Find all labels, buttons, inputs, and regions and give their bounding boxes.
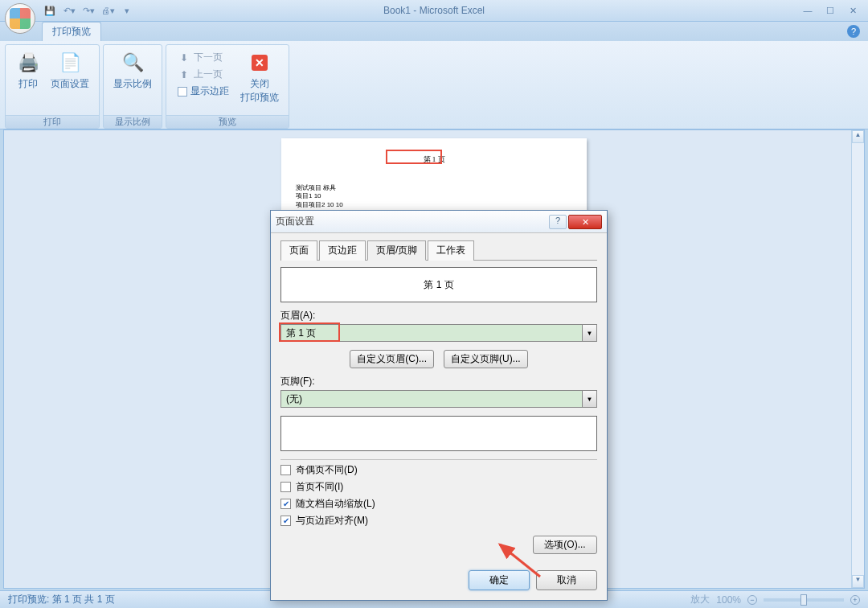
zoom-label: 显示比例: [113, 77, 152, 91]
zoom-value: 100%: [716, 594, 741, 606]
prev-page-button: ⬆ 上一页: [176, 67, 231, 82]
tab-header-footer[interactable]: 页眉/页脚: [367, 240, 426, 261]
window-title: Book1 - Microsoft Excel: [383, 5, 485, 16]
print-label: 打印: [18, 77, 38, 91]
qat-customize-icon[interactable]: ▾: [119, 2, 135, 18]
zoom-out-button[interactable]: −: [747, 595, 757, 605]
dialog-titlebar[interactable]: 页面设置 ? ✕: [271, 211, 607, 233]
header-label: 页眉(A):: [280, 309, 597, 322]
ribbon: 🖨️ 打印 📄 页面设置 打印 🔍 显示比例 显示比例 ⬇ 下一页: [0, 41, 868, 129]
save-icon[interactable]: 💾: [42, 2, 58, 18]
options-button[interactable]: 选项(O)...: [533, 536, 597, 554]
page-setup-dialog: 页面设置 ? ✕ 页面 页边距 页眉/页脚 工作表 第 1 页 页眉(A): 第…: [270, 210, 608, 601]
ribbon-tabs: 打印预览 ?: [0, 22, 868, 41]
chk-scale-doc[interactable]: ✔ 随文档自动缩放(L): [280, 497, 597, 511]
ok-button[interactable]: 确定: [469, 570, 530, 590]
footer-combo[interactable]: (无) ▼: [280, 390, 597, 408]
group-label-zoom: 显示比例: [104, 115, 162, 128]
ribbon-group-zoom: 🔍 显示比例 显示比例: [103, 44, 162, 129]
page-setup-label: 页面设置: [51, 77, 89, 91]
header-preview-box: 第 1 页: [280, 267, 597, 302]
tab-margins[interactable]: 页边距: [319, 240, 366, 261]
dialog-close-button[interactable]: ✕: [568, 215, 602, 229]
annotation-highlight-header: [386, 150, 442, 164]
scroll-down-icon[interactable]: ▼: [852, 575, 864, 588]
close-preview-label2: 打印预览: [240, 91, 279, 105]
close-x-icon: ✕: [252, 55, 268, 71]
dialog-tabs: 页面 页边距 页眉/页脚 工作表: [280, 240, 597, 261]
zoom-button[interactable]: 🔍 显示比例: [108, 48, 157, 92]
chevron-down-icon[interactable]: ▼: [583, 324, 597, 342]
checkbox-icon: [280, 465, 291, 475]
group-label-preview: 预览: [166, 115, 289, 128]
custom-header-button[interactable]: 自定义页眉(C)...: [350, 350, 434, 368]
help-icon[interactable]: ?: [847, 25, 860, 38]
zoom-slider[interactable]: [764, 598, 844, 602]
tab-sheet[interactable]: 工作表: [428, 240, 474, 261]
close-window-button[interactable]: ✕: [842, 4, 863, 17]
page-setup-icon: 📄: [57, 50, 83, 76]
arrow-up-icon: ⬆: [178, 68, 190, 81]
quick-access-toolbar: 💾 ↶▾ ↷▾ 🖨▾ ▾: [42, 2, 135, 18]
print-button[interactable]: 🖨️ 打印: [10, 48, 46, 92]
ribbon-group-preview: ⬇ 下一页 ⬆ 上一页 显示边距 ✕ 关闭 打印预览 预览: [166, 44, 289, 129]
dialog-help-button[interactable]: ?: [549, 215, 567, 229]
checkbox-icon: [178, 87, 187, 97]
scroll-up-icon[interactable]: ▲: [852, 130, 864, 143]
cancel-button[interactable]: 取消: [536, 570, 597, 590]
group-label-print: 打印: [6, 115, 99, 128]
chevron-down-icon[interactable]: ▼: [583, 390, 597, 408]
zoom-in-button[interactable]: +: [850, 595, 860, 605]
printer-icon: 🖨️: [15, 50, 41, 76]
minimize-button[interactable]: —: [797, 4, 818, 17]
zoom-slider-thumb[interactable]: [800, 594, 807, 606]
chk-diff-odd-even[interactable]: 奇偶页不同(D): [280, 463, 597, 477]
magnifier-icon: 🔍: [120, 50, 145, 76]
tab-page[interactable]: 页面: [280, 240, 317, 261]
annotation-highlight-combo: [279, 322, 340, 342]
footer-combo-value: (无): [280, 390, 583, 408]
footer-label: 页脚(F):: [280, 375, 597, 388]
custom-footer-button[interactable]: 自定义页脚(U)...: [444, 350, 528, 368]
footer-preview-box: [280, 416, 597, 451]
vertical-scrollbar[interactable]: ▲ ▼: [851, 130, 864, 588]
undo-icon[interactable]: ↶▾: [61, 2, 77, 18]
chk-align-margins[interactable]: ✔ 与页边距对齐(M): [280, 514, 597, 528]
zoom-label[interactable]: 放大: [690, 593, 710, 606]
next-page-button: ⬇ 下一页: [176, 50, 231, 65]
tab-print-preview[interactable]: 打印预览: [42, 22, 101, 41]
print-quick-icon[interactable]: 🖨▾: [100, 2, 116, 18]
status-text: 打印预览: 第 1 页 共 1 页: [8, 593, 115, 606]
checkbox-checked-icon: ✔: [280, 516, 291, 526]
office-button[interactable]: [5, 3, 35, 34]
checkbox-icon: [280, 482, 291, 492]
chk-diff-first[interactable]: 首页不同(I): [280, 480, 597, 494]
titlebar: 💾 ↶▾ ↷▾ 🖨▾ ▾ Book1 - Microsoft Excel — ☐…: [0, 0, 868, 22]
close-preview-label1: 关闭: [250, 77, 269, 91]
checkbox-checked-icon: ✔: [280, 499, 291, 509]
ribbon-group-print: 🖨️ 打印 📄 页面设置 打印: [5, 44, 100, 129]
page-setup-button[interactable]: 📄 页面设置: [46, 48, 94, 92]
arrow-down-icon: ⬇: [178, 51, 190, 64]
dialog-title: 页面设置: [276, 215, 549, 228]
redo-icon[interactable]: ↷▾: [80, 2, 96, 18]
close-preview-button[interactable]: ✕ 关闭 打印预览: [235, 48, 284, 106]
maximize-button[interactable]: ☐: [820, 4, 841, 17]
show-margins-checkbox[interactable]: 显示边距: [176, 84, 231, 99]
